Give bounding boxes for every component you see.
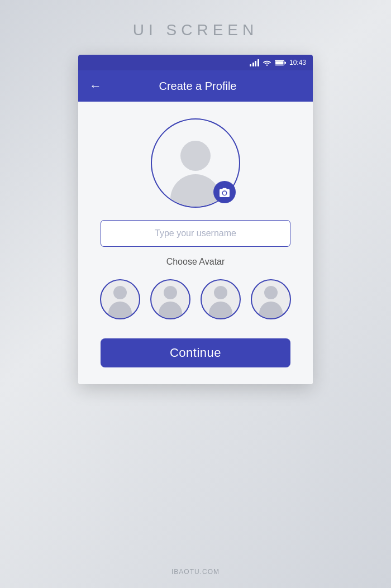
- avatar-opt-body: [259, 302, 283, 318]
- avatar-option-2[interactable]: [150, 279, 190, 319]
- camera-button[interactable]: [213, 181, 236, 203]
- svg-point-4: [223, 192, 226, 195]
- avatar-opt-body: [108, 302, 132, 318]
- status-time: 10:43: [289, 59, 306, 66]
- avatar-head: [180, 141, 211, 171]
- avatar-option-3[interactable]: [201, 279, 241, 319]
- content-area: Choose Avatar Continue: [78, 102, 313, 384]
- battery-icon: [275, 60, 286, 66]
- avatar-wrapper: [151, 118, 240, 208]
- avatar-options: [100, 279, 291, 319]
- avatar-opt-body: [159, 302, 182, 318]
- signal-icon: [250, 59, 259, 66]
- svg-point-0: [266, 65, 268, 66]
- back-button[interactable]: ←: [87, 78, 104, 94]
- app-bar-title: Create a Profile: [113, 80, 283, 93]
- avatar-opt-head: [264, 286, 278, 299]
- svg-rect-3: [275, 61, 283, 64]
- avatar-opt-head: [113, 286, 127, 299]
- camera-icon: [218, 187, 231, 197]
- page-title: UI SCREEN: [133, 21, 258, 39]
- avatar-option-4[interactable]: [251, 279, 291, 319]
- wifi-icon: [263, 59, 271, 66]
- avatar-opt-head: [214, 286, 227, 299]
- continue-button[interactable]: Continue: [101, 338, 290, 367]
- avatar-option-1[interactable]: [100, 279, 140, 319]
- avatar-opt-head: [164, 286, 177, 299]
- svg-rect-2: [284, 61, 286, 63]
- phone-frame: 10:43 ← Create a Profile Ch: [78, 55, 313, 384]
- username-input[interactable]: [101, 220, 290, 247]
- choose-avatar-label: Choose Avatar: [166, 257, 225, 267]
- watermark: IBAOTU.COM: [171, 568, 220, 576]
- avatar-opt-body: [209, 302, 232, 318]
- app-bar: ← Create a Profile: [78, 70, 313, 102]
- status-bar: 10:43: [78, 55, 313, 70]
